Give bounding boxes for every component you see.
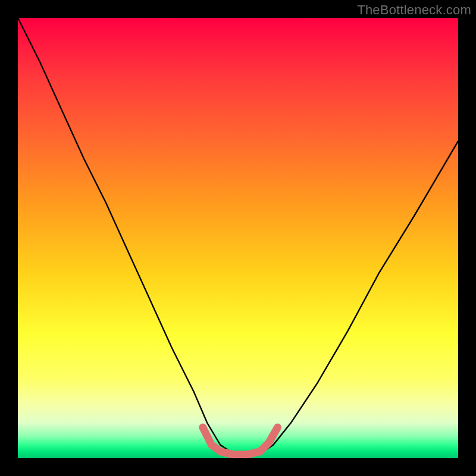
curve-layer [18,18,458,458]
trough-highlight [203,427,278,455]
plot-area [18,18,458,458]
bottleneck-curve [18,18,458,454]
chart-frame: TheBottleneck.com [0,0,476,476]
watermark-text: TheBottleneck.com [357,2,471,18]
